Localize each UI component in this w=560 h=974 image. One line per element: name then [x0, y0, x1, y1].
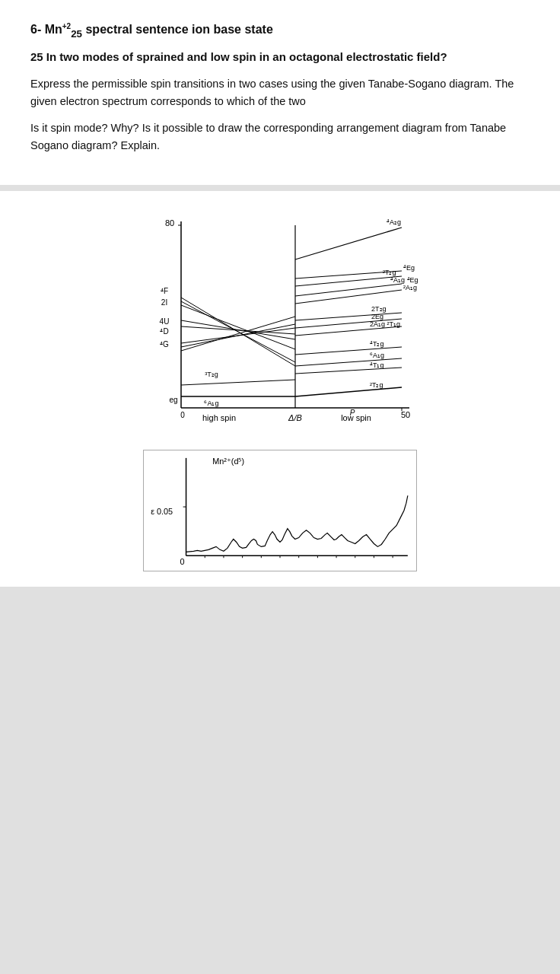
- diagram-wrapper: 80 ⁴F 2I 4U ⁴D ⁴G eg 0 high spin Δ/B low…: [135, 214, 425, 434]
- svg-text:⁴Eg: ⁴Eg: [403, 264, 415, 272]
- svg-text:⁴G: ⁴G: [160, 340, 169, 349]
- svg-text:P: P: [350, 409, 355, 417]
- svg-text:²A₁g: ²A₁g: [403, 284, 417, 291]
- svg-text:80: 80: [165, 218, 174, 228]
- svg-text:⁴A₂g: ⁴A₂g: [387, 218, 401, 226]
- svg-text:⁴T₂g: ⁴T₂g: [370, 340, 384, 348]
- svg-text:⁴F: ⁴F: [161, 287, 168, 295]
- question-title: 6- Mn+225 spectral sentence ion base sta…: [30, 21, 530, 41]
- svg-text:⁴D: ⁴D: [160, 327, 168, 336]
- svg-text:ε 0.05: ε 0.05: [151, 507, 173, 516]
- svg-text:⁴A₁g ⁴Eg: ⁴A₁g ⁴Eg: [390, 276, 418, 284]
- spectrum-container: Mn²⁺(d⁵) ε 0.05 0: [15, 442, 545, 571]
- svg-text:³T₂g: ³T₂g: [205, 371, 218, 378]
- svg-text:2A₁g ²T₁g: 2A₁g ²T₁g: [370, 320, 400, 328]
- question-body2: Is it spin mode? Why? Is it possible to …: [30, 119, 530, 154]
- svg-text:⁶A₁g: ⁶A₁g: [370, 352, 384, 359]
- svg-line-28: [181, 317, 295, 351]
- svg-line-35: [295, 284, 402, 296]
- bottom-card: 80 ⁴F 2I 4U ⁴D ⁴G eg 0 high spin Δ/B low…: [0, 191, 560, 587]
- svg-text:eg: eg: [169, 396, 177, 404]
- svg-line-51: [295, 387, 402, 396]
- svg-text:high spin: high spin: [202, 413, 236, 422]
- top-card: 6- Mn+225 spectral sentence ion base sta…: [0, 0, 560, 185]
- svg-text:⁴T₁g: ⁴T₁g: [370, 361, 384, 369]
- tanabe-sogano-svg: 80 ⁴F 2I 4U ⁴D ⁴G eg 0 high spin Δ/B low…: [135, 214, 425, 434]
- svg-text:4U: 4U: [160, 317, 170, 326]
- svg-line-47: [295, 358, 402, 366]
- svg-text:0: 0: [180, 558, 185, 567]
- svg-text:0: 0: [180, 411, 185, 419]
- svg-text:2Eg: 2Eg: [371, 313, 383, 320]
- tanabe-sogano-diagram-container: 80 ⁴F 2I 4U ⁴D ⁴G eg 0 high spin Δ/B low…: [15, 206, 545, 442]
- svg-line-45: [295, 347, 402, 355]
- svg-text:²T₂g: ²T₂g: [370, 381, 383, 389]
- svg-line-39: [295, 313, 402, 320]
- svg-rect-54: [145, 450, 415, 571]
- svg-line-29: [295, 228, 402, 259]
- spectrum-wrapper: Mn²⁺(d⁵) ε 0.05 0: [143, 450, 417, 571]
- svg-text:Mn²⁺(d⁵): Mn²⁺(d⁵): [212, 457, 244, 466]
- svg-line-19: [181, 380, 295, 385]
- svg-line-49: [295, 368, 402, 374]
- svg-text:50: 50: [401, 410, 410, 419]
- svg-text:2I: 2I: [161, 298, 167, 307]
- spectrum-svg: Mn²⁺(d⁵) ε 0.05 0: [144, 450, 416, 571]
- svg-text:²T₂g: ²T₂g: [383, 269, 396, 276]
- svg-text:low spin: low spin: [341, 413, 371, 422]
- svg-text:Δ/B: Δ/B: [288, 413, 302, 422]
- svg-text:⁶A₁g: ⁶A₁g: [204, 399, 218, 407]
- svg-line-22: [181, 301, 295, 362]
- svg-line-37: [295, 290, 402, 304]
- svg-text:2T₂g: 2T₂g: [371, 305, 387, 313]
- question-body1: Express the permissible spin transitions…: [30, 75, 530, 110]
- question-subtitle: 25 In two modes of sprained and low spin…: [30, 49, 530, 66]
